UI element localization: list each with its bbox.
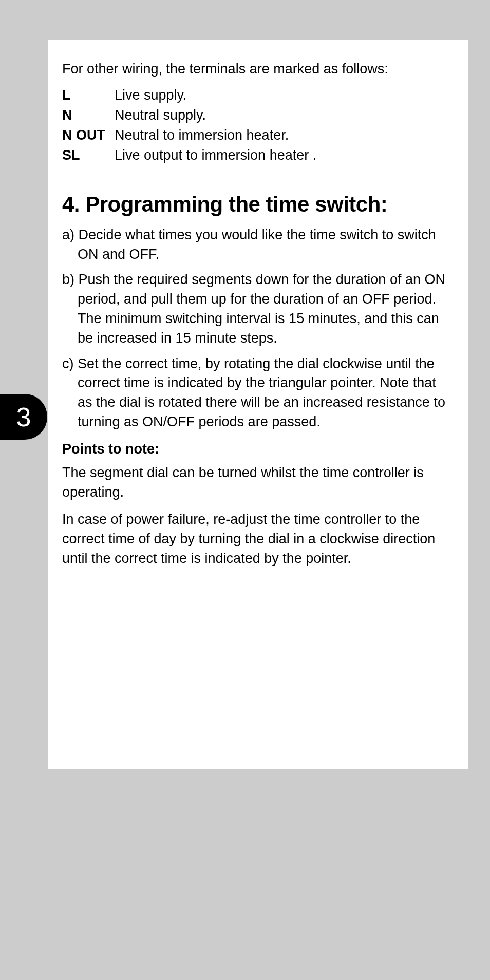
intro-text: For other wiring, the terminals are mark… (62, 60, 454, 78)
section-heading: 4. Programming the time switch: (62, 192, 454, 217)
terminal-desc: Live supply. (115, 87, 316, 107)
terminal-desc: Live output to immersion heater . (115, 147, 316, 167)
points-heading: Points to note: (62, 441, 454, 457)
terminal-label: N (62, 107, 115, 127)
document-page: For other wiring, the terminals are mark… (48, 40, 468, 769)
terminal-row: SL Live output to immersion heater . (62, 147, 316, 167)
page-number: 3 (16, 402, 31, 432)
step-item: c) Set the correct time, by rotating the… (62, 354, 454, 432)
page-number-tab: 3 (0, 394, 47, 440)
note-paragraph: In case of power failure, re-adjust the … (62, 510, 454, 568)
note-paragraph: The segment dial can be turned whilst th… (62, 463, 454, 502)
terminal-row: L Live supply. (62, 87, 316, 107)
step-item: b) Push the required segments down for t… (62, 270, 454, 348)
terminal-desc: Neutral to immersion heater. (115, 127, 316, 147)
step-item: a) Decide what times you would like the … (62, 225, 454, 265)
terminal-desc: Neutral supply. (115, 107, 316, 127)
terminal-row: N Neutral supply. (62, 107, 316, 127)
terminal-label: L (62, 87, 115, 107)
terminal-label: N OUT (62, 127, 115, 147)
terminal-definitions: L Live supply. N Neutral supply. N OUT N… (62, 87, 316, 167)
terminal-label: SL (62, 147, 115, 167)
terminal-row: N OUT Neutral to immersion heater. (62, 127, 316, 147)
